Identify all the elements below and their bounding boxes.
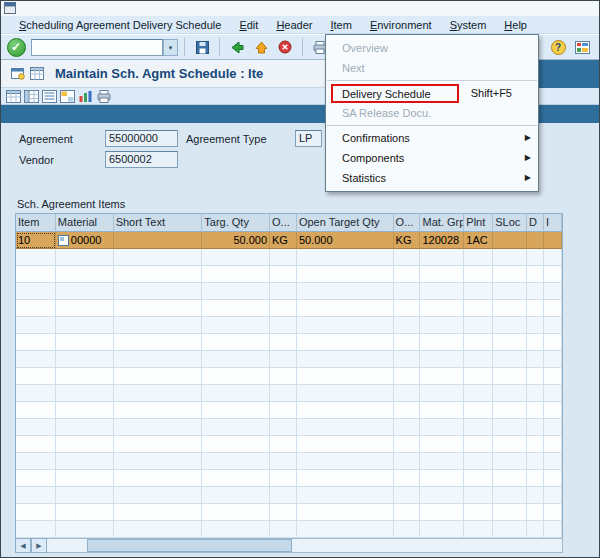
menu-item-components[interactable]: Components▶: [326, 148, 538, 168]
cell-i: [544, 453, 562, 470]
table-row[interactable]: [16, 266, 562, 283]
column-header-mat-grp[interactable]: Mat. Grp: [420, 214, 464, 232]
window-titlebar: [1, 1, 599, 16]
cell-open-target-qty: [297, 368, 394, 385]
table-row[interactable]: [16, 249, 562, 266]
back-icon: [230, 41, 244, 54]
menu-item-overview[interactable]: Overview: [326, 38, 538, 58]
app-toolbar-button-2[interactable]: [23, 88, 40, 104]
column-header-i[interactable]: I: [544, 214, 562, 232]
table-row[interactable]: [16, 300, 562, 317]
submenu-arrow-icon: ▶: [525, 174, 531, 182]
save-button[interactable]: [191, 36, 213, 58]
enter-button[interactable]: ✓: [5, 36, 27, 58]
column-header-open-target-qty[interactable]: Open Target Qty: [297, 214, 394, 232]
column-header-o[interactable]: O...: [394, 214, 421, 232]
menubar-item-environment[interactable]: Environment: [361, 17, 441, 33]
cell-plnt: [464, 385, 493, 402]
cell-material: [56, 385, 114, 402]
command-history-button[interactable]: ▾: [163, 39, 178, 56]
table-row[interactable]: [16, 368, 562, 385]
column-header-short-text[interactable]: Short Text: [114, 214, 203, 232]
command-input[interactable]: [31, 39, 163, 56]
menubar-item-edit[interactable]: Edit: [230, 17, 267, 33]
table-row[interactable]: [16, 453, 562, 470]
column-header-d[interactable]: D: [527, 214, 544, 232]
scrollbar-thumb[interactable]: [87, 539, 292, 552]
cell-item: [16, 453, 56, 470]
cell-material: [56, 317, 114, 334]
cell-o: [394, 300, 421, 317]
column-header-sloc[interactable]: SLoc: [493, 214, 527, 232]
cell-i: [544, 232, 562, 249]
app-toolbar-button-5[interactable]: [77, 88, 94, 104]
column-header-item[interactable]: Item: [16, 214, 56, 232]
menubar-item-header[interactable]: Header: [267, 17, 321, 33]
customize-button[interactable]: [571, 36, 593, 58]
cancel-button[interactable]: [274, 36, 296, 58]
menu-item-delivery-schedule[interactable]: Delivery ScheduleShift+F5: [326, 83, 538, 103]
table-row[interactable]: [16, 385, 562, 402]
table-row[interactable]: [16, 419, 562, 436]
cell-short-text: [114, 470, 203, 487]
app-toolbar-button-4[interactable]: [59, 88, 76, 104]
table-row[interactable]: [16, 521, 562, 538]
menu-item-next[interactable]: Next: [326, 58, 538, 78]
table-row[interactable]: [16, 283, 562, 300]
horizontal-scrollbar: ◀ ▶: [15, 538, 563, 553]
scroll-left-button[interactable]: ◀: [15, 538, 31, 553]
cell-targ-qty: [202, 249, 270, 266]
app-toolbar-button-6[interactable]: [95, 88, 112, 104]
menubar-item-help[interactable]: Help: [495, 17, 536, 33]
app-toolbar-button-3[interactable]: [41, 88, 58, 104]
scrollbar-track[interactable]: [47, 538, 563, 553]
menubar-item-item[interactable]: Item: [321, 17, 360, 33]
agreement-field[interactable]: 55000000: [105, 130, 178, 147]
table-row[interactable]: [16, 436, 562, 453]
vendor-field[interactable]: 6500002: [105, 151, 178, 168]
cell-short-text: [114, 521, 203, 538]
table-row[interactable]: [16, 351, 562, 368]
cell-open-target-qty: [297, 470, 394, 487]
cell-item: [16, 419, 56, 436]
cell-short-text: [114, 368, 203, 385]
menubar-item-system[interactable]: System: [441, 17, 496, 33]
cell-i: [544, 385, 562, 402]
table-row[interactable]: [16, 402, 562, 419]
menubar-item-scheduling-agreement-delivery-schedule[interactable]: Scheduling Agreement Delivery Schedule: [9, 17, 230, 33]
cell-o: [394, 283, 421, 300]
table-row-selected[interactable]: 100000050.000KG50.000KG1200281AC: [16, 232, 562, 249]
cell-i: [544, 402, 562, 419]
back-button[interactable]: [226, 36, 248, 58]
title-layout-button[interactable]: [27, 64, 47, 84]
scroll-right-button[interactable]: ▶: [31, 538, 47, 553]
table-row[interactable]: [16, 470, 562, 487]
table-row[interactable]: [16, 487, 562, 504]
column-header-material[interactable]: Material: [56, 214, 114, 232]
menu-item-label: Statistics: [342, 172, 386, 184]
table-row[interactable]: [16, 317, 562, 334]
cell-targ-qty: [202, 385, 270, 402]
cell-mat-grp: [420, 504, 464, 521]
header-panel-right: [535, 60, 599, 88]
menu-item-confirmations[interactable]: Confirmations▶: [326, 128, 538, 148]
column-header-o[interactable]: O...: [270, 214, 297, 232]
cell-sloc: [493, 334, 527, 351]
column-header-plnt[interactable]: Plnt: [464, 214, 493, 232]
cell-d: [527, 317, 544, 334]
title-menu-button[interactable]: [7, 64, 27, 84]
table-row[interactable]: [16, 334, 562, 351]
app-toolbar-button-1[interactable]: [5, 88, 22, 104]
cell-short-text: [114, 453, 203, 470]
help-button[interactable]: ?: [547, 36, 569, 58]
column-header-targ-qty[interactable]: Targ. Qty: [202, 214, 270, 232]
exit-button[interactable]: [250, 36, 272, 58]
menu-item-sa-release-docu[interactable]: SA Release Docu.: [326, 103, 538, 123]
table-row[interactable]: [16, 504, 562, 521]
menu-item-statistics[interactable]: Statistics▶: [326, 168, 538, 188]
menu-item-label: Next: [342, 62, 365, 74]
cell-item: [16, 300, 56, 317]
agreement-type-field[interactable]: LP: [295, 130, 322, 147]
window-icon[interactable]: [4, 2, 16, 16]
item-menu: OverviewNextDelivery ScheduleShift+F5SA …: [325, 34, 539, 192]
